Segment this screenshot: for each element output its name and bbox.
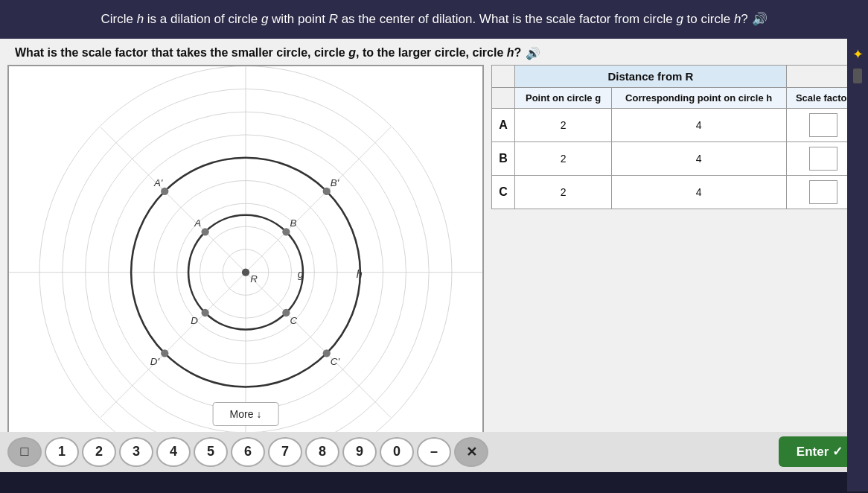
square-button[interactable]: □ (7, 437, 42, 467)
table-row: B 2 4 (492, 141, 861, 175)
point-b-label: B (492, 141, 515, 175)
num-5-button[interactable]: 5 (194, 437, 228, 467)
top-banner: Circle h is a dilation of circle g with … (0, 0, 868, 39)
main-area: What is the scale factor that takes the … (0, 39, 868, 472)
svg-point-25 (161, 188, 168, 195)
num-7-button[interactable]: 7 (268, 437, 302, 467)
dist-h-a: 4 (611, 108, 786, 141)
svg-line-14 (100, 127, 246, 273)
num-8-button[interactable]: 8 (305, 437, 339, 467)
dist-g-a: 2 (515, 108, 611, 141)
num-0-button[interactable]: 0 (380, 437, 414, 467)
question-speaker-icon[interactable]: 🔊 (526, 46, 540, 60)
svg-text:R: R (250, 273, 258, 284)
svg-point-27 (282, 228, 290, 235)
num-1-button[interactable]: 1 (45, 437, 79, 467)
svg-point-31 (282, 309, 290, 317)
svg-text:C': C' (331, 356, 340, 367)
svg-text:g: g (298, 268, 304, 280)
num-4-button[interactable]: 4 (156, 437, 191, 467)
dist-g-b: 2 (515, 141, 611, 175)
dist-g-c: 2 (515, 175, 611, 209)
bottom-bar: □ 1 2 3 4 5 6 7 8 9 0 – ✕ Enter ✓ (0, 432, 868, 472)
num-6-button[interactable]: 6 (231, 437, 265, 467)
svg-text:D': D' (150, 356, 160, 367)
svg-text:h: h (357, 268, 363, 280)
svg-text:B': B' (331, 177, 339, 188)
num-3-button[interactable]: 3 (119, 437, 153, 467)
empty-subheader (492, 87, 515, 108)
svg-point-23 (202, 228, 209, 235)
num-9-button[interactable]: 9 (342, 437, 377, 467)
dist-h-c: 4 (611, 175, 786, 209)
svg-point-35 (202, 309, 209, 317)
num-2-button[interactable]: 2 (82, 437, 116, 467)
svg-text:A: A (194, 217, 201, 229)
col2-header: Corresponding point on circle h (611, 87, 786, 108)
col1-header: Point on circle g (515, 87, 611, 108)
svg-point-21 (242, 268, 249, 276)
more-button[interactable]: More ↓ (213, 402, 279, 426)
table-row: C 2 4 (492, 175, 861, 209)
minus-button[interactable]: – (417, 437, 451, 467)
svg-text:B: B (290, 217, 296, 229)
svg-text:C: C (290, 315, 297, 326)
point-c-label: C (492, 175, 515, 209)
table-row: A 2 4 (492, 108, 861, 141)
delete-button[interactable]: ✕ (454, 437, 488, 467)
right-edge-dot (853, 69, 862, 83)
diagram-area: g h R A A' B B' (7, 65, 484, 472)
svg-text:D: D (191, 315, 198, 326)
star-icon: ✦ (852, 46, 864, 63)
svg-line-13 (246, 127, 391, 273)
enter-button-label: Enter ✓ (797, 444, 843, 459)
content-row: g h R A A' B B' (0, 65, 868, 472)
top-banner-text: Circle h is a dilation of circle g with … (100, 12, 767, 26)
scale-input-b-field[interactable] (809, 147, 837, 171)
question-text: What is the scale factor that takes the … (15, 46, 521, 60)
right-edge-bar: ✦ (847, 39, 868, 492)
svg-point-33 (323, 349, 331, 357)
svg-line-15 (246, 272, 391, 417)
more-button-label: More ↓ (230, 408, 262, 420)
number-buttons: □ 1 2 3 4 5 6 7 8 9 0 – ✕ (7, 437, 488, 467)
svg-point-29 (323, 188, 331, 195)
dist-h-b: 4 (611, 141, 786, 175)
distance-from-r-header: Distance from R (515, 65, 786, 87)
distance-table: Distance from R Point on circle g Corres… (491, 65, 861, 209)
scale-input-c-field[interactable] (809, 180, 837, 204)
question-header: What is the scale factor that takes the … (0, 39, 868, 65)
point-a-label: A (492, 108, 515, 141)
scale-input-a-field[interactable] (809, 113, 837, 137)
empty-header (492, 65, 515, 87)
svg-text:A': A' (153, 177, 163, 188)
top-speaker-icon[interactable]: 🔊 (752, 12, 768, 26)
right-panel: Distance from R Point on circle g Corres… (491, 65, 861, 472)
svg-line-16 (100, 272, 246, 417)
svg-point-37 (161, 349, 168, 357)
